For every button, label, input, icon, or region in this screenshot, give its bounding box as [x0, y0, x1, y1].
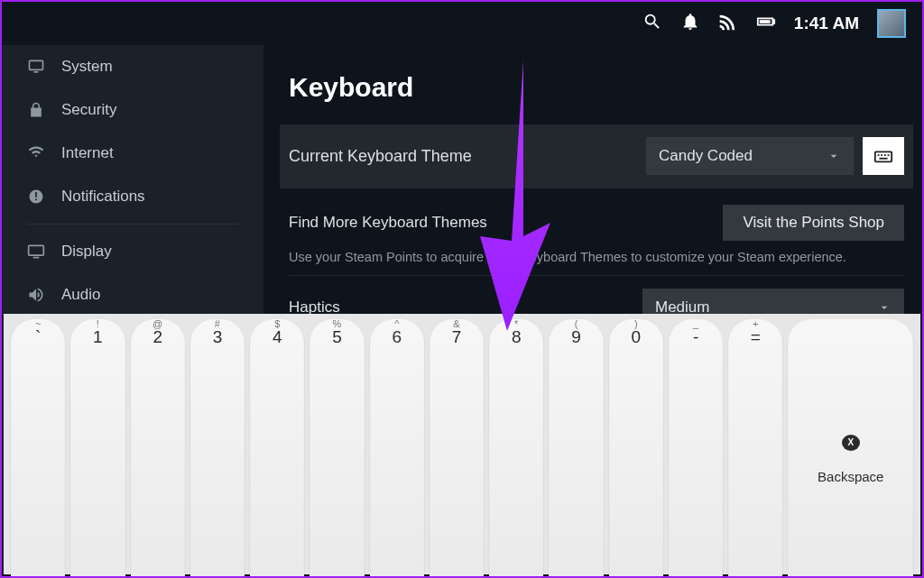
key--[interactable]: _-	[669, 319, 723, 578]
sidebar-item-security[interactable]: Security	[27, 88, 263, 132]
page-title: Keyboard	[289, 72, 904, 103]
wifi-icon	[27, 144, 45, 162]
content: Keyboard Current Keyboard Theme Candy Co…	[263, 45, 922, 316]
key-2[interactable]: @2	[131, 319, 185, 578]
sidebar-item-audio[interactable]: Audio	[27, 273, 263, 317]
chevron-down-icon	[877, 300, 892, 315]
svg-rect-7	[33, 257, 40, 259]
sidebar-item-label: System	[61, 58, 113, 76]
svg-rect-1	[30, 60, 43, 69]
open-keyboard-button[interactable]	[863, 137, 904, 175]
svg-rect-5	[35, 199, 37, 201]
find-themes-label: Find More Keyboard Themes	[289, 214, 487, 232]
key-=[interactable]: +=	[728, 319, 782, 578]
sidebar: System Security Internet Notifications D…	[2, 45, 263, 316]
clock-time: 1:41 AM	[794, 14, 859, 33]
sidebar-item-display[interactable]: Display	[27, 230, 263, 273]
x-pill: X	[842, 435, 860, 451]
audio-icon	[27, 286, 45, 304]
key-`[interactable]: ~`	[11, 319, 65, 578]
theme-label: Current Keyboard Theme	[289, 147, 472, 166]
chevron-down-icon	[827, 149, 841, 163]
svg-rect-2	[34, 71, 39, 73]
svg-rect-4	[35, 192, 37, 197]
svg-rect-6	[29, 245, 44, 255]
svg-rect-9	[878, 154, 880, 156]
key-4[interactable]: $4	[250, 319, 304, 578]
key-5[interactable]: %5	[310, 319, 364, 578]
avatar[interactable]	[877, 9, 906, 38]
display-icon	[27, 243, 45, 261]
lock-icon	[27, 101, 45, 119]
points-shop-button[interactable]: Visit the Points Shop	[723, 205, 904, 241]
bell-icon[interactable]	[680, 12, 700, 35]
sidebar-item-label: Display	[61, 243, 112, 261]
sidebar-divider	[27, 224, 238, 225]
key-7[interactable]: &7	[430, 319, 484, 578]
sidebar-item-system[interactable]: System	[27, 45, 263, 88]
sidebar-item-label: Audio	[61, 286, 100, 304]
sidebar-item-notifications[interactable]: Notifications	[27, 175, 263, 218]
key-8[interactable]: *8	[489, 319, 543, 578]
onscreen-keyboard: ~`!1@2#3$4%5^6&7*8(9)0_-+=X Backspace Ta…	[4, 314, 920, 574]
key-backspace[interactable]: X Backspace	[788, 319, 913, 578]
sidebar-item-label: Notifications	[61, 188, 145, 206]
key-6[interactable]: ^6	[370, 319, 424, 578]
key-1[interactable]: !1	[70, 319, 125, 578]
svg-rect-11	[884, 154, 886, 156]
svg-rect-12	[888, 154, 890, 156]
svg-rect-0	[760, 20, 771, 23]
key-3[interactable]: #3	[190, 319, 245, 578]
svg-rect-8	[875, 151, 892, 161]
svg-rect-13	[879, 158, 887, 160]
search-icon[interactable]	[642, 12, 662, 35]
notifications-icon	[27, 188, 45, 206]
battery-icon	[756, 12, 776, 35]
theme-dropdown[interactable]: Candy Coded	[646, 137, 854, 175]
key-9[interactable]: (9	[549, 319, 603, 578]
keyboard-icon	[873, 146, 893, 166]
cast-icon[interactable]	[718, 12, 738, 35]
theme-row: Current Keyboard Theme Candy Coded	[280, 124, 913, 188]
find-themes-row: Find More Keyboard Themes Visit the Poin…	[289, 192, 904, 243]
theme-value: Candy Coded	[659, 147, 753, 165]
key-0[interactable]: )0	[609, 319, 663, 578]
find-themes-subtext: Use your Steam Points to acquire more Ke…	[289, 243, 904, 276]
system-icon	[27, 58, 45, 76]
sidebar-item-label: Security	[61, 101, 116, 119]
sidebar-item-internet[interactable]: Internet	[27, 132, 263, 175]
svg-rect-10	[881, 154, 882, 156]
sidebar-item-label: Internet	[61, 144, 114, 162]
